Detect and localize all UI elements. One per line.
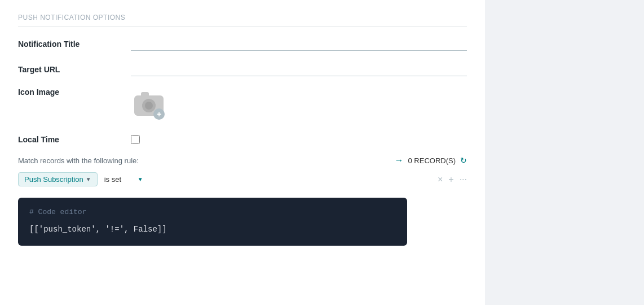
local-time-row: Local Time xyxy=(18,135,467,144)
main-panel: Push Notification Options Notification T… xyxy=(0,0,485,305)
notification-title-label: Notification Title xyxy=(18,40,131,49)
notification-title-row: Notification Title xyxy=(18,37,467,51)
target-url-input[interactable] xyxy=(131,62,467,76)
svg-point-3 xyxy=(145,102,153,110)
camera-upload-button[interactable]: + xyxy=(131,88,167,124)
icon-image-row: Icon Image + xyxy=(18,88,467,124)
filter-row: Push Subscription ▼ is set is not set eq… xyxy=(18,172,467,186)
section-title: Push Notification Options xyxy=(18,14,467,27)
filter-tag-dropdown-icon[interactable]: ▼ xyxy=(86,176,91,182)
code-editor: # Code editor [['push_token', '!=', Fals… xyxy=(18,198,407,246)
local-time-label: Local Time xyxy=(18,135,131,144)
refresh-icon[interactable]: ↻ xyxy=(460,156,467,165)
filter-more-icon[interactable]: ··· xyxy=(460,175,467,185)
icon-image-container: + xyxy=(131,88,167,124)
filter-tag-label: Push Subscription xyxy=(24,175,83,184)
arrow-icon: → xyxy=(394,155,403,165)
filter-tag[interactable]: Push Subscription ▼ xyxy=(18,172,98,186)
right-panel xyxy=(485,0,644,305)
target-url-label: Target URL xyxy=(18,65,131,74)
match-records-label: Match records with the following rule: xyxy=(18,156,139,165)
local-time-checkbox[interactable] xyxy=(131,135,140,144)
filter-add-icon[interactable]: + xyxy=(448,175,453,185)
filter-remove-icon[interactable]: × xyxy=(438,175,443,185)
code-content[interactable]: [['push_token', '!=', False]] xyxy=(29,223,396,236)
target-url-row: Target URL xyxy=(18,62,467,76)
filter-action-icons: × + ··· xyxy=(438,175,467,185)
svg-text:+: + xyxy=(157,110,161,119)
condition-wrapper: is set is not set equals ▼ xyxy=(102,173,143,186)
code-comment: # Code editor xyxy=(29,208,396,216)
condition-caret-icon: ▼ xyxy=(138,176,143,182)
records-count: → 0 RECORD(S) ↻ xyxy=(394,155,467,165)
match-records-row: Match records with the following rule: →… xyxy=(18,155,467,165)
condition-select[interactable]: is set is not set equals xyxy=(102,173,136,186)
records-count-text: 0 RECORD(S) xyxy=(408,156,456,165)
icon-image-label: Icon Image xyxy=(18,88,131,97)
notification-title-input[interactable] xyxy=(131,37,467,51)
